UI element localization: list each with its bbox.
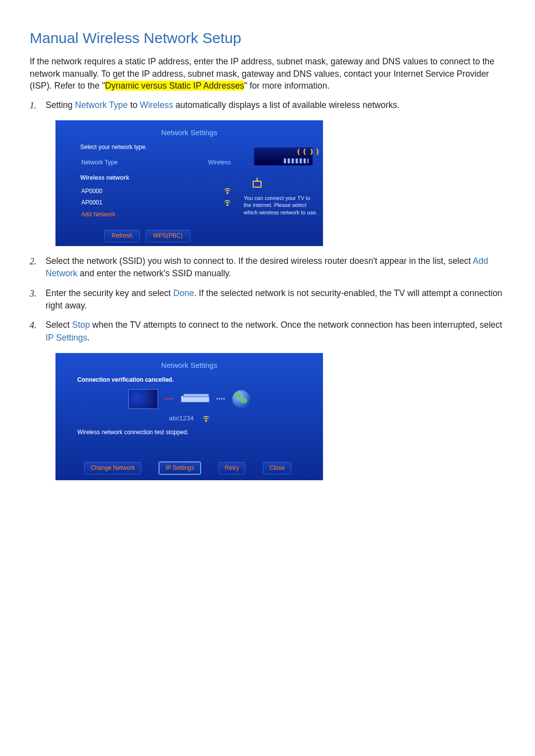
ssid-label: AP0001 xyxy=(81,199,103,207)
kw-stop: Stop xyxy=(72,320,90,330)
kw-network-type: Network Type xyxy=(75,100,128,110)
tv1-instruction: Select your network type. xyxy=(80,143,234,151)
ssid-label: AP0000 xyxy=(81,187,103,196)
retry-button[interactable]: Retry xyxy=(218,462,246,474)
wifi-signal-icon xyxy=(203,416,210,422)
tv2-stopped-message: Wireless network connection test stopped… xyxy=(77,428,301,437)
network-type-row[interactable]: Network Type Wireless xyxy=(80,156,234,169)
refresh-button[interactable]: Refresh xyxy=(104,230,140,242)
tv1-button-row: Refresh WPS(PBC) xyxy=(55,230,239,242)
tv2-network-name: abc1234 xyxy=(169,414,194,423)
step-text: to xyxy=(128,100,140,110)
wifi-signal-icon xyxy=(224,188,231,194)
step-text: Enter the security key and select xyxy=(46,288,173,298)
tv2-instruction: Connection verification cancelled. xyxy=(77,376,301,384)
tv2-title: Network Settings xyxy=(55,360,323,371)
step-text: when the TV attempts to connect to the n… xyxy=(90,320,502,330)
ip-settings-button[interactable]: IP Settings xyxy=(159,462,201,474)
ssid-row-ap0001[interactable]: AP0001 xyxy=(80,197,234,208)
step-3: Enter the security key and select Done. … xyxy=(30,287,505,312)
antenna-icon: ❪❪ xyxy=(296,147,308,156)
step-4: Select Stop when the TV attempts to conn… xyxy=(30,319,505,480)
tv1-help-text: You can connect your TV to the internet.… xyxy=(244,195,318,217)
network-type-value: Wireless xyxy=(208,158,231,167)
wps-button[interactable]: WPS(PBC) xyxy=(146,230,190,242)
step-text: Select the network (SSID) you wish to co… xyxy=(46,256,473,266)
add-network-row[interactable]: Add Network xyxy=(80,209,234,220)
step-list: Setting Network Type to Wireless automat… xyxy=(30,99,505,480)
intro-link-highlight[interactable]: Dynamic versus Static IP Addresses xyxy=(105,81,244,91)
kw-wireless: Wireless xyxy=(140,100,173,110)
ssid-row-ap0000[interactable]: AP0000 xyxy=(80,186,234,197)
wireless-section-header: Wireless network xyxy=(80,174,234,182)
tv2-button-row: Change Network IP Settings Retry Close xyxy=(77,462,301,474)
change-network-button[interactable]: Change Network xyxy=(84,462,141,474)
close-button[interactable]: Close xyxy=(263,462,291,474)
step-text: Setting xyxy=(46,100,75,110)
add-network-label: Add Network xyxy=(81,210,115,219)
fail-arrow-icon: •••• xyxy=(165,396,174,403)
page-title: Manual Wireless Network Setup xyxy=(30,30,505,47)
router-icon xyxy=(181,396,210,403)
modem-icon xyxy=(253,181,262,188)
step-text: automatically displays a list of availab… xyxy=(173,100,399,110)
network-type-label: Network Type xyxy=(81,158,117,167)
step-text: Select xyxy=(46,320,72,330)
intro-text-2: " for more information. xyxy=(244,81,330,91)
router-illustration: ❪❪ ❫❫ xyxy=(244,147,318,187)
step-1: Setting Network Type to Wireless automat… xyxy=(30,99,505,246)
globe-icon xyxy=(232,390,250,408)
ok-arrow-icon: •••• xyxy=(216,396,225,403)
wifi-signal-icon xyxy=(224,200,231,206)
tv-icon xyxy=(128,389,158,409)
tv1-title: Network Settings xyxy=(55,127,323,138)
step-text: . xyxy=(87,333,90,343)
step-text: and enter the network's SSID manually. xyxy=(77,268,231,278)
tv-panel-network-list: Network Settings Select your network typ… xyxy=(55,120,323,246)
kw-ip-settings: IP Settings xyxy=(46,333,87,343)
intro-paragraph: If the network requires a static IP addr… xyxy=(30,55,505,92)
step-2: Select the network (SSID) you wish to co… xyxy=(30,255,505,280)
connection-diagram: •••• •••• xyxy=(77,389,301,409)
kw-done: Done xyxy=(173,288,194,298)
tv-panel-connection-stopped: Network Settings Connection verification… xyxy=(55,353,323,480)
antenna-icon: ❫❫ xyxy=(309,147,321,156)
